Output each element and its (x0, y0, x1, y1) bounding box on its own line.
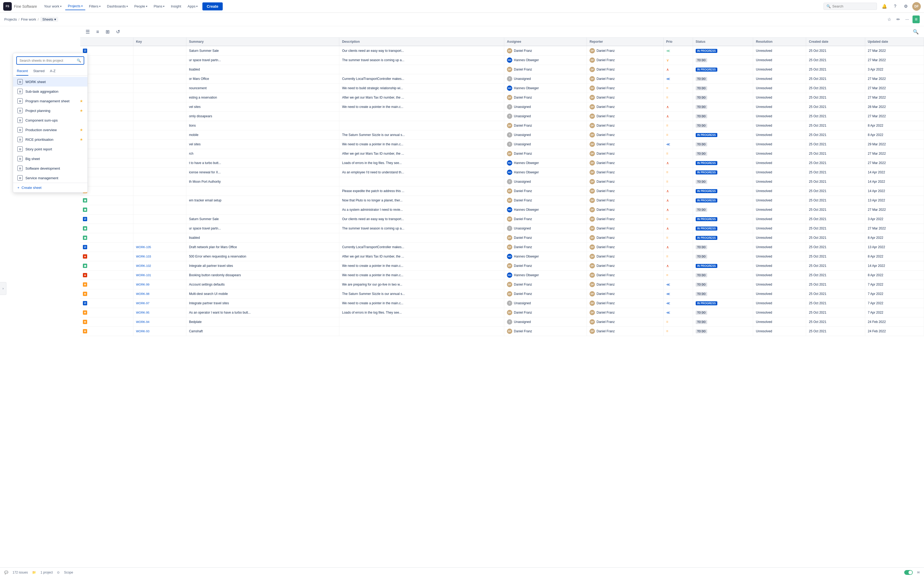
reporter-cell[interactable]: DFDaniel Franz (587, 84, 663, 93)
summary-cell[interactable]: lisabled (186, 65, 339, 74)
reporter-cell[interactable]: DFDaniel Franz (587, 74, 663, 84)
sheet-list-item[interactable]: ⊞ Big sheet (13, 154, 87, 163)
reporter-cell[interactable]: DFDaniel Franz (587, 131, 663, 140)
assignee-cell[interactable]: DFDaniel Franz (504, 289, 587, 299)
priority-cell[interactable]: = (663, 131, 693, 140)
status-cell[interactable]: IN PROGRESS (693, 168, 753, 177)
summary-cell[interactable]: vel sites (186, 140, 339, 149)
reporter-cell[interactable]: DFDaniel Franz (587, 233, 663, 243)
reporter-cell[interactable]: DFDaniel Franz (587, 214, 663, 224)
status-cell[interactable]: IN PROGRESS (693, 131, 753, 140)
summary-cell[interactable]: tions (186, 121, 339, 131)
user-avatar[interactable]: DF (912, 2, 921, 11)
sidebar-toggle-button[interactable]: › (0, 282, 6, 295)
dropdown-search-input[interactable] (19, 58, 75, 63)
reporter-cell[interactable]: DFDaniel Franz (587, 261, 663, 271)
table-column-header[interactable]: Created date (806, 38, 865, 46)
table-row[interactable]: ▣ WORK-102 Integrate all partner travel … (80, 261, 924, 271)
sheet-list-item[interactable]: ⊞ Component sum-ups (13, 115, 87, 125)
reporter-cell[interactable]: DFDaniel Franz (587, 243, 663, 252)
status-cell[interactable]: IN PROGRESS (693, 65, 753, 74)
status-cell[interactable]: TO DO (693, 74, 753, 84)
reporter-cell[interactable]: DFDaniel Franz (587, 140, 663, 149)
nav-insight[interactable]: Insight (168, 3, 184, 10)
priority-cell[interactable]: = (663, 93, 693, 102)
issue-key-cell[interactable] (133, 158, 186, 168)
summary-cell[interactable]: Saturn Summer Sale (186, 214, 339, 224)
reporter-cell[interactable]: DFDaniel Franz (587, 205, 663, 214)
table-row[interactable]: ⊕ WORK-93 Camshaft DFDaniel Franz DFDani… (80, 327, 924, 336)
assignee-cell[interactable]: DFDaniel Franz (504, 121, 587, 131)
view-toggle-button[interactable]: ≡ (913, 16, 920, 23)
sheet-list-item[interactable]: ⊞ WORK sheet (13, 77, 87, 87)
tab-az[interactable]: A-Z (50, 67, 56, 76)
priority-cell[interactable]: = (663, 318, 693, 327)
table-row[interactable]: ☑ Saturn Summer Sale Our clients need an… (80, 214, 924, 224)
sheet-list-item[interactable]: ⊞ Service management (13, 173, 87, 183)
table-row[interactable]: ☑ WORK-105 Draft network plan for Mars O… (80, 243, 924, 252)
nav-dashboards[interactable]: Dashboards▾ (104, 3, 131, 10)
summary-cell[interactable]: t to have a turbo butt... (186, 158, 339, 168)
summary-cell[interactable]: Multi-dest search UI mobile (186, 289, 339, 299)
priority-cell[interactable]: ∧ (663, 102, 693, 112)
status-cell[interactable]: TO DO (693, 271, 753, 280)
summary-cell[interactable] (186, 187, 339, 196)
assignee-cell[interactable]: ?Unassigned (504, 224, 587, 233)
reporter-cell[interactable]: DFDaniel Franz (587, 149, 663, 158)
tab-starred[interactable]: Starred (32, 67, 45, 76)
issue-key-cell[interactable]: WORK-95 (133, 308, 186, 318)
priority-cell[interactable]: ≪ (663, 289, 693, 299)
status-cell[interactable]: TO DO (693, 243, 753, 252)
table-row[interactable]: ⊕ icense renewal for X... As an employee… (80, 168, 924, 177)
sheet-list-item[interactable]: ⊞ RICE prioritisation ★ (13, 135, 87, 144)
summary-cell[interactable]: Integrate partner travel sites (186, 299, 339, 308)
priority-cell[interactable]: ∧ (663, 65, 693, 74)
sheet-list-item[interactable]: ⊞ Sub-task aggregation (13, 87, 87, 96)
reporter-cell[interactable]: DFDaniel Franz (587, 289, 663, 299)
priority-cell[interactable]: ∧ (663, 187, 693, 196)
assignee-cell[interactable]: HOHannes Obweger (504, 56, 587, 65)
assignee-cell[interactable]: ?Unassigned (504, 112, 587, 121)
summary-cell[interactable] (186, 205, 339, 214)
table-search-button[interactable]: 🔍 (911, 28, 921, 36)
settings-icon[interactable]: ⚙ (901, 2, 910, 11)
summary-cell[interactable]: th Moon Port Authority (186, 177, 339, 187)
issue-key-cell[interactable]: WORK-105 (133, 243, 186, 252)
summary-cell[interactable]: Integrate all partner travel sites (186, 261, 339, 271)
reporter-cell[interactable]: DFDaniel Franz (587, 112, 663, 121)
priority-cell[interactable]: ∧ (663, 196, 693, 205)
table-row[interactable]: ⊕ WORK-98 Multi-dest search UI mobile Th… (80, 289, 924, 299)
priority-cell[interactable]: = (663, 214, 693, 224)
filter-button[interactable]: ≡ (94, 28, 101, 36)
table-row[interactable]: ☑ Saturn Summer Sale Our clients need an… (80, 46, 924, 56)
issue-key-cell[interactable] (133, 93, 186, 102)
priority-cell[interactable]: = (663, 168, 693, 177)
priority-cell[interactable]: = (663, 252, 693, 261)
issue-key-cell[interactable] (133, 65, 186, 74)
nav-people[interactable]: People▾ (132, 3, 150, 10)
table-column-header[interactable]: Description (339, 38, 504, 46)
priority-cell[interactable]: = (663, 271, 693, 280)
issue-key-cell[interactable]: WORK-94 (133, 318, 186, 327)
priority-cell[interactable]: ≪ (663, 46, 693, 56)
edit-button[interactable]: ✏ (895, 16, 901, 23)
search-bar[interactable]: 🔍 (824, 3, 877, 10)
reporter-cell[interactable]: DFDaniel Franz (587, 158, 663, 168)
table-row[interactable]: ▣ lisabled DFDaniel Franz DFDaniel Franz… (80, 65, 924, 74)
nav-plans[interactable]: Plans▾ (151, 3, 167, 10)
status-cell[interactable]: TO DO (693, 149, 753, 158)
summary-cell[interactable]: Account settings defaults (186, 280, 339, 289)
star-button[interactable]: ☆ (886, 16, 893, 23)
view-toggle-switch[interactable] (904, 570, 913, 571)
reporter-cell[interactable]: DFDaniel Franz (587, 177, 663, 187)
nav-projects[interactable]: Projects▾ (65, 2, 85, 10)
priority-cell[interactable]: = (663, 121, 693, 131)
issue-key-cell[interactable] (133, 233, 186, 243)
issue-key-cell[interactable]: WORK-93 (133, 327, 186, 336)
table-column-header[interactable]: Updated date (865, 38, 924, 46)
assignee-cell[interactable]: ?Unassigned (504, 131, 587, 140)
table-row[interactable]: ⊕ WORK-99 Account settings defaults We a… (80, 280, 924, 289)
priority-cell[interactable]: = (663, 149, 693, 158)
issue-key-cell[interactable]: WORK-99 (133, 280, 186, 289)
priority-cell[interactable]: = (663, 233, 693, 243)
